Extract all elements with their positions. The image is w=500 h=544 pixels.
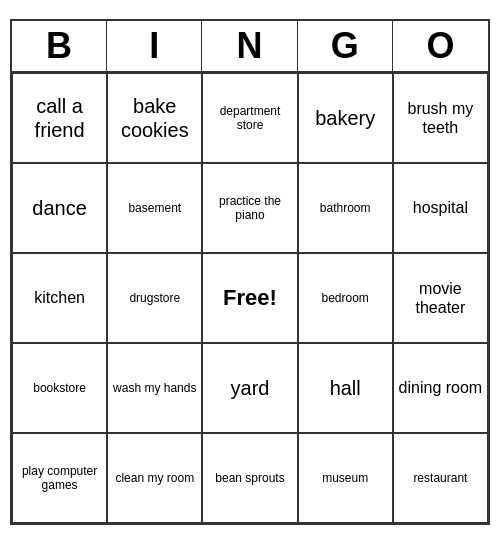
bingo-grid: call a friendbake cookiesdepartment stor…	[12, 73, 488, 523]
bingo-cell: movie theater	[393, 253, 488, 343]
bingo-cell: clean my room	[107, 433, 202, 523]
bingo-cell: basement	[107, 163, 202, 253]
bingo-cell: call a friend	[12, 73, 107, 163]
bingo-card: BINGO call a friendbake cookiesdepartmen…	[10, 19, 490, 525]
header-letter: I	[107, 21, 202, 71]
bingo-cell: wash my hands	[107, 343, 202, 433]
bingo-cell: yard	[202, 343, 297, 433]
bingo-cell: hall	[298, 343, 393, 433]
bingo-cell: bathroom	[298, 163, 393, 253]
bingo-cell: drugstore	[107, 253, 202, 343]
bingo-cell: bedroom	[298, 253, 393, 343]
bingo-cell: bean sprouts	[202, 433, 297, 523]
header-letter: N	[202, 21, 297, 71]
bingo-cell: Free!	[202, 253, 297, 343]
bingo-cell: kitchen	[12, 253, 107, 343]
bingo-cell: dance	[12, 163, 107, 253]
bingo-cell: bake cookies	[107, 73, 202, 163]
bingo-cell: museum	[298, 433, 393, 523]
bingo-cell: play computer games	[12, 433, 107, 523]
header-letter: G	[298, 21, 393, 71]
bingo-cell: bookstore	[12, 343, 107, 433]
header-letter: B	[12, 21, 107, 71]
bingo-cell: practice the piano	[202, 163, 297, 253]
bingo-cell: hospital	[393, 163, 488, 253]
bingo-cell: restaurant	[393, 433, 488, 523]
header-letter: O	[393, 21, 488, 71]
bingo-header: BINGO	[12, 21, 488, 73]
bingo-cell: dining room	[393, 343, 488, 433]
bingo-cell: brush my teeth	[393, 73, 488, 163]
bingo-cell: department store	[202, 73, 297, 163]
bingo-cell: bakery	[298, 73, 393, 163]
